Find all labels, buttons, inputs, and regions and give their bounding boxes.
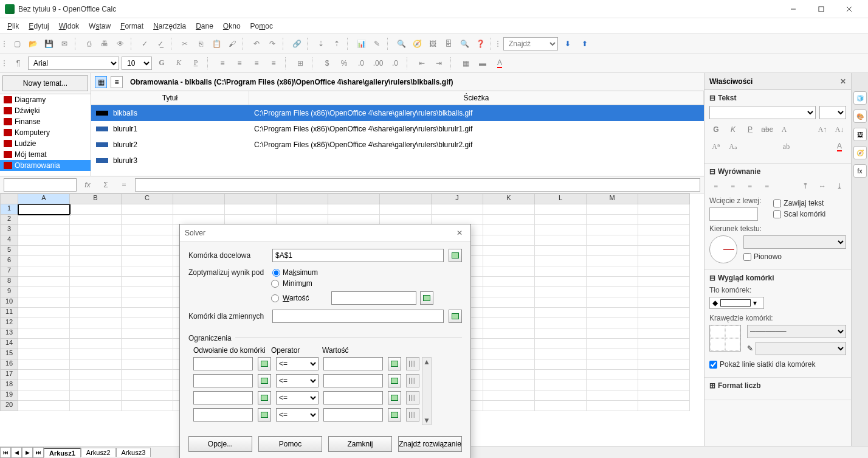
styles-icon[interactable]: ¶	[11, 56, 26, 71]
row-header[interactable]: 17	[0, 370, 18, 380]
cell[interactable]	[70, 401, 122, 411]
valign-mid-icon[interactable]: ↔	[816, 179, 829, 193]
close-button[interactable]: Zamknij	[328, 436, 392, 452]
sidebar-tab-properties[interactable]: 🧊	[853, 91, 867, 105]
cell[interactable]	[18, 297, 70, 308]
indent-input[interactable]	[709, 207, 758, 221]
sheet-tab[interactable]: Arkusz3	[116, 448, 151, 457]
cell[interactable]	[638, 370, 690, 380]
format-paint-icon[interactable]: 🖌	[225, 36, 239, 51]
super-icon[interactable]: Aᵃ	[709, 140, 723, 153]
cell[interactable]	[122, 370, 173, 380]
cell[interactable]	[483, 297, 535, 308]
row-header[interactable]: 18	[0, 380, 18, 390]
delete-constraint-button[interactable]	[406, 408, 419, 422]
constraint-ref[interactable]	[193, 391, 253, 404]
cell[interactable]	[587, 215, 638, 225]
bg-color-picker[interactable]: ◆▾	[709, 297, 764, 309]
cell[interactable]	[483, 246, 535, 256]
cell[interactable]	[18, 204, 70, 215]
cell[interactable]	[587, 401, 638, 411]
preview-icon[interactable]: 👁	[113, 36, 128, 51]
cell[interactable]	[638, 215, 690, 225]
row-header[interactable]: 3	[0, 225, 18, 235]
navigator-icon[interactable]: 🧭	[410, 36, 424, 51]
constraint-op[interactable]: <=	[276, 391, 319, 404]
sort-desc-icon[interactable]: ⇡	[329, 36, 344, 51]
find-replace-icon[interactable]: 🔍	[394, 36, 408, 51]
cell[interactable]	[122, 287, 173, 297]
indent-dec-icon[interactable]: ⇤	[415, 56, 429, 71]
cell[interactable]	[535, 339, 587, 349]
shrink-button[interactable]	[388, 374, 401, 387]
italic-icon[interactable]: K	[726, 123, 740, 136]
open-icon[interactable]: 📂	[26, 36, 40, 51]
cell[interactable]	[18, 277, 70, 287]
row-header[interactable]: 8	[0, 277, 18, 287]
cell[interactable]	[535, 390, 587, 401]
fontcolor-icon[interactable]: A	[492, 56, 507, 71]
col-path[interactable]: Ścieżka	[249, 91, 704, 105]
col-header[interactable]: A	[18, 193, 70, 204]
menu-format[interactable]: Format	[115, 20, 148, 32]
align-justify-icon[interactable]: ≡	[266, 56, 281, 71]
constraint-ref[interactable]	[193, 408, 253, 422]
merge-cells-icon[interactable]: ⊞	[293, 56, 308, 71]
shrink-button[interactable]	[258, 374, 271, 387]
cell[interactable]	[587, 339, 638, 349]
sort-asc-icon[interactable]: ⇣	[314, 36, 328, 51]
cell[interactable]	[587, 328, 638, 339]
delete-constraint-button[interactable]	[406, 374, 419, 387]
constraint-op[interactable]: <=	[276, 408, 319, 422]
row-header[interactable]: 2	[0, 215, 18, 225]
strike-icon[interactable]: abc	[760, 123, 774, 136]
col-header[interactable]: L	[535, 193, 587, 204]
cell[interactable]	[122, 235, 173, 246]
cell[interactable]	[122, 390, 173, 401]
menu-data[interactable]: Dane	[191, 20, 218, 32]
menu-help[interactable]: Pomoc	[246, 20, 278, 32]
cell[interactable]	[18, 328, 70, 339]
constraint-ref[interactable]	[193, 357, 253, 370]
cell[interactable]	[18, 256, 70, 266]
cell[interactable]	[587, 308, 638, 318]
cell[interactable]	[638, 359, 690, 370]
constraint-val[interactable]	[323, 357, 383, 370]
menu-insert[interactable]: Wstaw	[84, 20, 115, 32]
cell[interactable]	[70, 235, 122, 246]
cell[interactable]	[122, 380, 173, 390]
theme-list[interactable]: Diagramy Dźwięki Finanse Komputery Ludzi…	[0, 94, 91, 176]
grow-font-icon[interactable]: A↑	[816, 123, 829, 136]
cell[interactable]	[535, 277, 587, 287]
cell[interactable]	[483, 359, 535, 370]
col-header[interactable]	[328, 193, 380, 204]
delete-constraint-button[interactable]	[406, 391, 419, 404]
align-left-icon[interactable]: ≡	[709, 179, 723, 193]
row-header[interactable]: 7	[0, 266, 18, 277]
solve-button[interactable]: Znajdź rozwiązanie	[398, 436, 462, 452]
row-header[interactable]: 9	[0, 287, 18, 297]
col-header[interactable]: C	[122, 193, 173, 204]
col-header[interactable]: M	[587, 193, 638, 204]
shrink-button[interactable]	[388, 408, 401, 422]
datasources-icon[interactable]: 🗄	[441, 36, 456, 51]
percent-icon[interactable]: %	[337, 56, 351, 71]
new-icon[interactable]: ▢	[10, 36, 24, 51]
view-icons-button[interactable]: ▦	[95, 76, 107, 88]
menu-view[interactable]: Widok	[54, 20, 84, 32]
cell[interactable]	[18, 370, 70, 380]
cell[interactable]	[122, 225, 173, 235]
number-icon[interactable]: .0	[354, 56, 368, 71]
cell[interactable]	[70, 297, 122, 308]
cell[interactable]	[483, 204, 535, 215]
constraint-op[interactable]: <=	[276, 374, 319, 387]
cell[interactable]	[122, 318, 173, 328]
cell[interactable]	[70, 359, 122, 370]
valign-top-icon[interactable]: ⤒	[799, 179, 812, 193]
cell[interactable]	[535, 297, 587, 308]
cell[interactable]	[535, 246, 587, 256]
row-header[interactable]: 5	[0, 246, 18, 256]
cell[interactable]	[122, 256, 173, 266]
cell[interactable]	[587, 380, 638, 390]
borders-icon[interactable]: ▦	[458, 56, 473, 71]
